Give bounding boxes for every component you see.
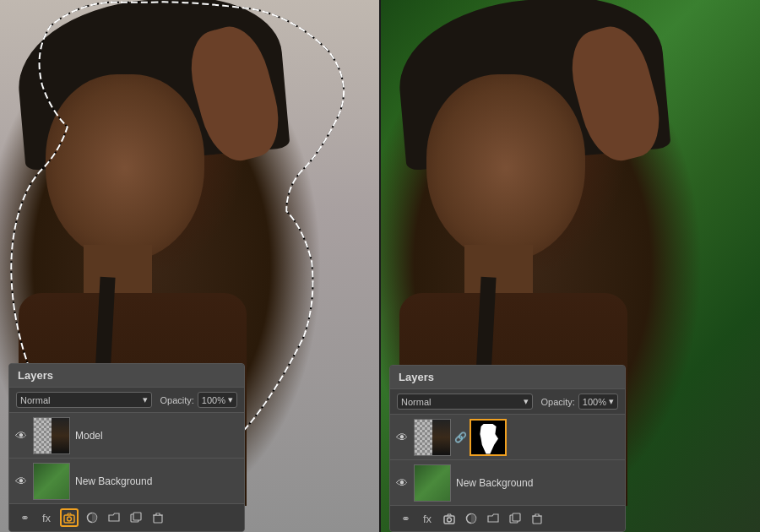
right-blend-mode-select[interactable]: Normal ▾ — [397, 394, 533, 410]
bg-layer-row-right[interactable]: 👁 New Background — [390, 460, 625, 506]
left-blend-chevron-icon: ▾ — [143, 394, 148, 405]
layers-title-left: Layers — [18, 369, 53, 382]
link-icon-right[interactable]: ⚭ — [397, 510, 414, 527]
trash-icon-left[interactable] — [149, 509, 166, 526]
folder-icon-right[interactable] — [485, 510, 502, 527]
right-layers-header: Layers — [390, 366, 625, 389]
svg-rect-5 — [154, 515, 162, 523]
bg-thumb-green-left — [34, 464, 69, 499]
svg-rect-10 — [513, 513, 520, 521]
right-layers-panel: Layers Normal ▾ Opacity: 100% ▾ 👁 🔗 — [389, 365, 626, 532]
right-blend-mode-value: Normal — [401, 397, 431, 407]
model-layer-row-left[interactable]: 👁 Model — [9, 413, 244, 459]
chain-link-icon: 🔗 — [456, 429, 464, 446]
svg-rect-4 — [133, 513, 141, 520]
right-opacity-chevron-icon: ▾ — [609, 396, 614, 407]
bg-layer-label-left: New Background — [75, 475, 239, 487]
layers-title-right: Layers — [399, 371, 434, 383]
bg-thumb-left — [33, 463, 70, 500]
face-right — [426, 74, 586, 261]
link-icon-left[interactable]: ⚭ — [16, 509, 33, 526]
bg-layer-row-left[interactable]: 👁 New Background — [9, 459, 244, 504]
left-blend-mode-select[interactable]: Normal ▾ — [16, 392, 152, 408]
fx-icon-right[interactable]: fx — [419, 510, 436, 527]
right-opacity-row: Opacity: 100% ▾ — [541, 394, 619, 410]
left-panel: Layers Normal ▾ Opacity: 100% ▾ 👁 Model — [0, 0, 379, 532]
right-opacity-select[interactable]: 100% ▾ — [578, 394, 618, 410]
left-layers-header: Layers — [9, 364, 244, 388]
left-opacity-label: Opacity: — [160, 395, 194, 405]
model-layer-row-right[interactable]: 👁 🔗 — [390, 415, 625, 460]
right-blend-chevron-icon: ▾ — [524, 396, 529, 407]
duplicate-icon-left[interactable] — [128, 509, 144, 526]
mask-content — [471, 421, 505, 454]
bg-thumb-green-right — [415, 465, 450, 501]
circle-icon-right[interactable] — [463, 510, 480, 527]
circle-icon-left[interactable] — [84, 509, 100, 526]
right-blend-mode-row[interactable]: Normal ▾ Opacity: 100% ▾ — [390, 389, 625, 415]
svg-rect-11 — [533, 516, 541, 524]
folder-icon-left[interactable] — [106, 509, 122, 526]
duplicate-icon-right[interactable] — [507, 510, 524, 527]
trash-icon-right[interactable] — [529, 510, 546, 527]
fx-icon-left[interactable]: fx — [38, 509, 55, 526]
bg-thumb-right — [414, 464, 451, 502]
right-opacity-value: 100% — [583, 397, 606, 407]
left-opacity-chevron-icon: ▾ — [228, 394, 233, 405]
model-layer-label-left: Model — [75, 430, 239, 442]
mask-subject-shape — [478, 424, 498, 454]
model-visibility-icon-right[interactable]: 👁 — [395, 431, 409, 444]
left-layers-panel: Layers Normal ▾ Opacity: 100% ▾ 👁 Model — [8, 363, 245, 532]
left-opacity-row: Opacity: 100% ▾ — [160, 392, 238, 408]
left-opacity-select[interactable]: 100% ▾ — [198, 392, 237, 408]
model-thumb-right — [414, 419, 451, 456]
subject-thumb-left — [52, 418, 69, 453]
left-blend-mode-value: Normal — [20, 395, 50, 405]
bg-visibility-icon-right[interactable]: 👁 — [395, 476, 409, 490]
face-left — [46, 74, 205, 261]
left-blend-mode-row[interactable]: Normal ▾ Opacity: 100% ▾ — [9, 388, 244, 413]
model-thumb-left — [33, 417, 70, 454]
right-panel: Layers Normal ▾ Opacity: 100% ▾ 👁 🔗 — [381, 0, 760, 532]
right-opacity-label: Opacity: — [541, 397, 575, 407]
svg-point-1 — [68, 517, 72, 521]
camera-icon-right[interactable] — [441, 510, 458, 527]
left-layers-footer: ⚭ fx — [9, 504, 244, 531]
right-layers-footer: ⚭ fx — [390, 506, 625, 531]
left-opacity-value: 100% — [202, 395, 225, 405]
bg-visibility-icon-left[interactable]: 👁 — [14, 475, 28, 488]
svg-point-7 — [448, 518, 452, 522]
camera-icon-left[interactable] — [60, 508, 79, 527]
mask-thumb-right[interactable] — [470, 419, 507, 456]
subject-thumb-right — [432, 420, 450, 455]
bg-layer-label-right: New Background — [456, 477, 620, 489]
checkerboard-left — [34, 418, 52, 453]
checkerboard-right — [415, 420, 432, 455]
model-visibility-icon-left[interactable]: 👁 — [14, 429, 28, 442]
